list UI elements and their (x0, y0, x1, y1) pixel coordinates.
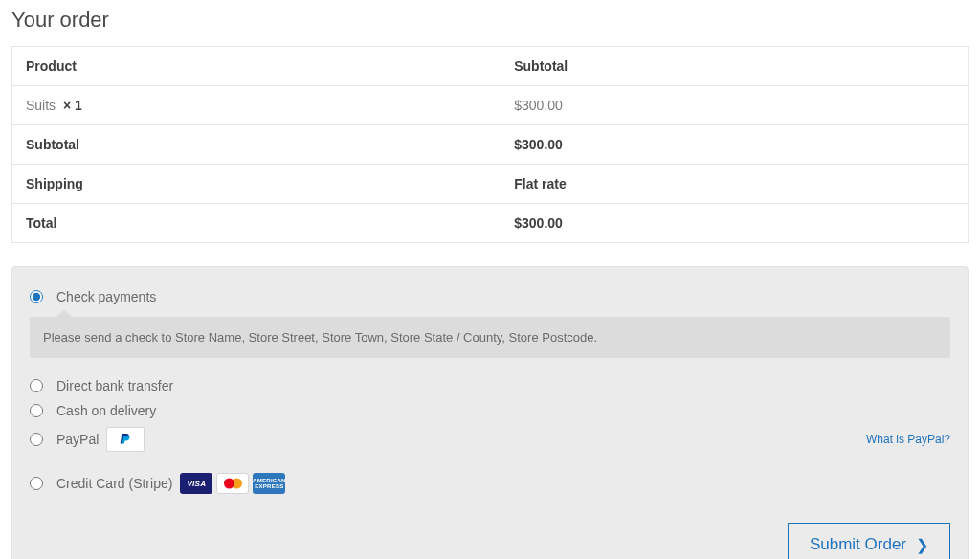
card-marks: VISA AMERICAN EXPRESS (180, 473, 285, 494)
shipping-value: Flat rate (501, 165, 968, 204)
amex-icon: AMERICAN EXPRESS (253, 473, 285, 494)
submit-order-button[interactable]: Submit Order ❯ (788, 523, 950, 559)
total-value: $300.00 (501, 204, 968, 243)
label-paypal[interactable]: PayPal (56, 427, 145, 452)
label-credit-card-stripe[interactable]: Credit Card (Stripe) VISA AMERICAN EXPRE… (56, 473, 285, 494)
item-subtotal: $300.00 (501, 86, 968, 125)
payment-methods-box: Check payments Please send a check to St… (11, 266, 969, 559)
mastercard-icon (216, 473, 249, 494)
radio-paypal[interactable] (30, 433, 43, 446)
subtotal-label: Subtotal (12, 125, 501, 165)
submit-order-label: Submit Order (810, 535, 906, 554)
col-product: Product (12, 47, 501, 86)
radio-check-payments[interactable] (30, 290, 43, 303)
radio-direct-bank-transfer[interactable] (30, 379, 43, 392)
total-label: Total (12, 204, 501, 243)
radio-cash-on-delivery[interactable] (30, 404, 43, 417)
paypal-icon (106, 427, 145, 452)
item-qty: × 1 (63, 98, 82, 113)
order-review-table: Product Subtotal Suits × 1 $300.00 Subto… (11, 46, 969, 243)
check-payments-description: Please send a check to Store Name, Store… (30, 317, 950, 358)
paypal-text: PayPal (56, 432, 99, 447)
label-check-payments[interactable]: Check payments (56, 289, 156, 304)
order-item-row: Suits × 1 $300.00 (12, 86, 969, 125)
item-name: Suits (26, 98, 56, 113)
label-cash-on-delivery[interactable]: Cash on delivery (56, 403, 156, 418)
order-heading: Your order (11, 8, 969, 33)
chevron-right-icon: ❯ (916, 536, 928, 554)
shipping-label: Shipping (12, 165, 501, 204)
stripe-text: Credit Card (Stripe) (56, 476, 172, 491)
what-is-paypal-link[interactable]: What is PayPal? (866, 433, 950, 446)
visa-icon: VISA (180, 473, 212, 494)
col-subtotal: Subtotal (501, 47, 968, 86)
label-direct-bank-transfer[interactable]: Direct bank transfer (56, 378, 173, 393)
radio-credit-card-stripe[interactable] (30, 477, 43, 490)
subtotal-value: $300.00 (501, 125, 968, 165)
